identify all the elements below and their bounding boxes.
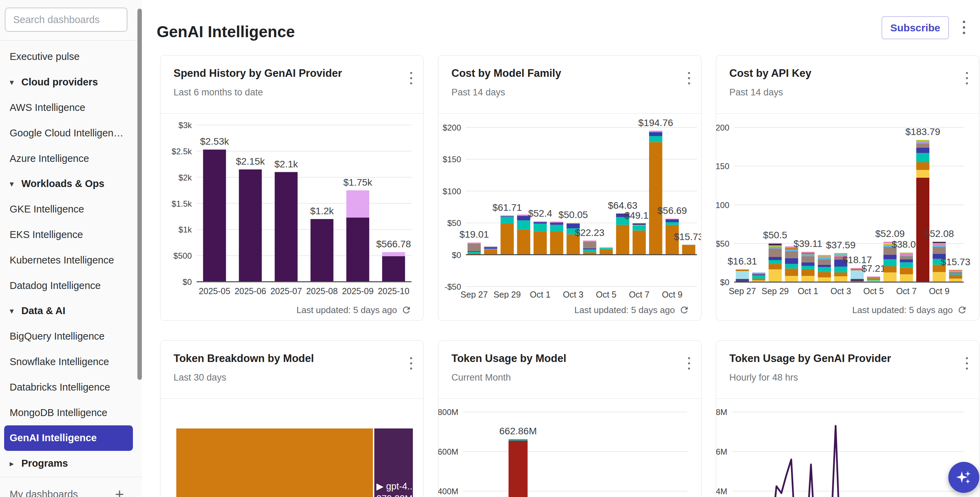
svg-text:Oct 9: Oct 9	[929, 286, 950, 296]
card-title: Token Usage by Model	[452, 352, 566, 365]
sidebar-item-label: Google Cloud Intelligen…	[10, 127, 123, 139]
divider	[0, 477, 142, 477]
page-title: GenAI Intelligence	[157, 22, 295, 41]
sidebar-item-executive-pulse[interactable]: Executive pulse	[0, 44, 142, 70]
sidebar-section-programs[interactable]: ▸Programs	[0, 451, 142, 476]
sidebar-section-data-ai[interactable]: ▾Data & AI	[0, 298, 142, 324]
sidebar-item-kubernetes-intelligence[interactable]: Kubernetes Intelligence	[0, 247, 142, 273]
card-token-breakdown: Token Breakdown by Model Last 30 days ▶ …	[160, 340, 423, 497]
svg-text:$183.79: $183.79	[905, 126, 940, 137]
search-input[interactable]	[5, 8, 127, 32]
svg-text:$52.09: $52.09	[875, 228, 905, 239]
sidebar-item-label: Kubernetes Intelligence	[10, 255, 114, 266]
svg-text:4M: 4M	[716, 487, 727, 496]
card-menu-button[interactable]	[685, 69, 693, 87]
card-title: Cost by API Key	[729, 67, 811, 80]
svg-text:Oct 3: Oct 3	[563, 290, 584, 299]
card-menu-button[interactable]	[963, 69, 971, 87]
sidebar-item-azure-intelligence[interactable]: Azure Intelligence	[0, 146, 142, 171]
card-subtitle: Last 30 days	[173, 372, 226, 383]
card-cost-by-model-family: Cost by Model Family Past 14 days -$50$0…	[438, 55, 702, 321]
spend-history-chart: $0$500$1k$1.5k$2k$2.5k$3k$2.53k$2.15k$2.…	[161, 114, 423, 299]
sidebar-item-mongodb-intelligence[interactable]: MongoDB Intelligence	[0, 400, 142, 425]
sidebar-item-datadog-intelligence[interactable]: Datadog Intelligence	[0, 273, 142, 298]
svg-text:Oct 1: Oct 1	[798, 286, 818, 296]
svg-text:$50: $50	[716, 239, 729, 248]
svg-text:$15.73: $15.73	[674, 231, 701, 242]
card-footer: Last updated: 5 days ago	[438, 299, 701, 321]
svg-text:$2.15k: $2.15k	[236, 156, 265, 167]
treemap-block-gpt-4-[interactable]: ▶ gpt-4..379.32M	[374, 429, 413, 497]
card-menu-button[interactable]	[407, 69, 415, 87]
sidebar-scrollbar[interactable]	[137, 9, 142, 380]
card-spend-history: Spend History by GenAI Provider Last 6 m…	[160, 55, 423, 321]
card-menu-button[interactable]	[685, 354, 693, 372]
svg-text:$100: $100	[716, 201, 729, 210]
ai-assistant-fab[interactable]	[948, 462, 979, 493]
svg-text:$22.23: $22.23	[575, 227, 605, 238]
svg-text:$15.73: $15.73	[941, 256, 970, 267]
svg-text:$50.05: $50.05	[558, 209, 588, 220]
svg-text:Oct 9: Oct 9	[662, 290, 682, 299]
svg-text:Sep 29: Sep 29	[761, 286, 789, 296]
refresh-icon[interactable]	[957, 305, 967, 315]
sparkles-icon	[954, 468, 974, 487]
token-usage-by-provider-chart: 02M4M6M8M	[716, 399, 979, 497]
card-footer: Last updated: 5 days ago	[716, 299, 979, 321]
card-footer: Last updated: 5 days ago	[161, 299, 423, 321]
svg-text:Sep 29: Sep 29	[493, 290, 521, 299]
svg-text:2025-05: 2025-05	[199, 286, 231, 296]
add-dashboard-button[interactable]: +	[115, 487, 124, 497]
svg-text:2025-08: 2025-08	[306, 286, 338, 296]
card-menu-button[interactable]	[963, 354, 971, 372]
sidebar-item-genai-intelligence[interactable]: GenAI Intelligence	[4, 425, 133, 451]
svg-text:$61.71: $61.71	[492, 202, 522, 213]
refresh-icon[interactable]	[401, 305, 412, 315]
card-menu-button[interactable]	[407, 354, 415, 372]
svg-text:$3k: $3k	[178, 121, 192, 130]
sidebar-item-label: Snowflake Intelligence	[10, 356, 109, 368]
svg-text:$56.69: $56.69	[657, 205, 687, 216]
token-breakdown-treemap: ▶ gpt-4..379.32M	[161, 399, 423, 497]
dashboard-menu-button[interactable]	[960, 18, 968, 37]
my-dashboards-label: My dashboards	[10, 489, 78, 497]
sidebar-item-label: Databricks Intelligence	[10, 382, 110, 393]
card-subtitle: Past 14 days	[452, 87, 505, 98]
treemap-block[interactable]	[176, 429, 373, 497]
cost-by-model-family-chart: -$50$0$50$100$150$200$19.01$61.71$52.4$5…	[438, 114, 701, 299]
svg-text:Oct 7: Oct 7	[629, 290, 649, 299]
svg-text:$2.1k: $2.1k	[274, 159, 298, 169]
svg-text:$64.63: $64.63	[608, 200, 638, 211]
sidebar-item-bigquery-intelligence[interactable]: BigQuery Intelligence	[0, 324, 142, 349]
svg-text:$2k: $2k	[178, 173, 192, 182]
sidebar-item-databricks-intelligence[interactable]: Databricks Intelligence	[0, 374, 142, 400]
svg-text:$50: $50	[447, 218, 461, 228]
sidebar-item-aws-intelligence[interactable]: AWS Intelligence	[0, 95, 142, 121]
svg-text:$150: $150	[716, 161, 729, 171]
sidebar-item-eks-intelligence[interactable]: EKS Intelligence	[0, 222, 142, 248]
sidebar-item-label: BigQuery Intelligence	[10, 331, 105, 342]
sidebar-item-label: MongoDB Intelligence	[10, 407, 107, 419]
svg-text:$16.31: $16.31	[728, 256, 757, 267]
svg-text:Oct 7: Oct 7	[896, 286, 916, 296]
card-cost-by-api-key: Cost by API Key Past 14 days $0$50$100$1…	[716, 55, 979, 321]
svg-text:$50.5: $50.5	[763, 230, 787, 241]
sidebar-item-gke-intelligence[interactable]: GKE Intelligence	[0, 197, 142, 222]
svg-text:400M: 400M	[438, 487, 458, 496]
svg-text:Oct 3: Oct 3	[830, 286, 851, 296]
card-token-usage-by-model: Token Usage by Model Current Month 0200M…	[438, 340, 702, 497]
sidebar-item-google-cloud-intelligen[interactable]: Google Cloud Intelligen…	[0, 120, 142, 146]
svg-text:2025-09: 2025-09	[342, 286, 374, 296]
subscribe-button[interactable]: Subscribe	[881, 16, 949, 39]
sidebar-item-snowflake-intelligence[interactable]: Snowflake Intelligence	[0, 349, 142, 375]
svg-text:2025-06: 2025-06	[234, 286, 266, 296]
svg-text:Oct 1: Oct 1	[530, 290, 550, 299]
sidebar-item-label: Datadog Intelligence	[10, 280, 100, 292]
sidebar-item-label: Programs	[21, 458, 68, 469]
svg-text:800M: 800M	[438, 408, 458, 417]
svg-text:$2.5k: $2.5k	[172, 147, 192, 156]
card-subtitle: Past 14 days	[729, 87, 783, 98]
refresh-icon[interactable]	[679, 305, 689, 315]
sidebar-section-workloads-ops[interactable]: ▾Workloads & Ops	[0, 171, 142, 197]
sidebar-section-cloud-providers[interactable]: ▾Cloud providers	[0, 70, 142, 95]
